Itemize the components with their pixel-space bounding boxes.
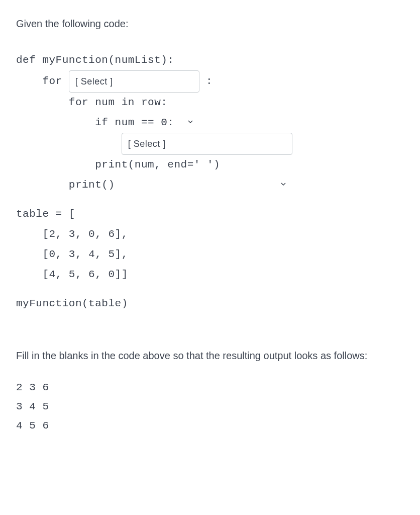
code-block: def myFunction(numList): for [ Select ] … bbox=[16, 50, 404, 314]
code-line-table: table = [ bbox=[16, 204, 404, 224]
code-line-row3: [4, 5, 6, 0]] bbox=[16, 265, 404, 285]
code-line-print-num: print(num, end=' ') bbox=[16, 155, 404, 175]
colon-text: : bbox=[199, 71, 213, 92]
code-line-def: def myFunction(numList): bbox=[16, 50, 404, 70]
output-line-3: 4 5 6 bbox=[16, 416, 404, 436]
output-line-1: 2 3 6 bbox=[16, 378, 404, 397]
intro-text: Given the following code: bbox=[16, 16, 404, 31]
code-line-print-empty: print() bbox=[16, 175, 404, 195]
spacer bbox=[16, 195, 404, 204]
code-line-select2: [ Select ] bbox=[16, 133, 404, 155]
spacer bbox=[16, 285, 404, 294]
code-line-for: for [ Select ] : bbox=[16, 70, 404, 93]
output-line-2: 3 4 5 bbox=[16, 397, 404, 416]
code-line-call: myFunction(table) bbox=[16, 294, 404, 314]
expected-output: 2 3 6 3 4 5 4 5 6 bbox=[16, 378, 404, 435]
code-line-if: if num == 0: bbox=[16, 113, 404, 133]
select-dropdown-2[interactable]: [ Select ] bbox=[122, 133, 292, 155]
indent bbox=[16, 134, 122, 154]
question-text: Fill in the blanks in the code above so … bbox=[16, 348, 404, 363]
select-dropdown-1[interactable]: [ Select ] bbox=[69, 70, 199, 93]
for-keyword: for bbox=[16, 71, 69, 92]
code-line-row2: [0, 3, 4, 5], bbox=[16, 244, 404, 265]
code-line-row1: [2, 3, 0, 6], bbox=[16, 224, 404, 244]
code-line-inner-for: for num in row: bbox=[16, 93, 404, 113]
